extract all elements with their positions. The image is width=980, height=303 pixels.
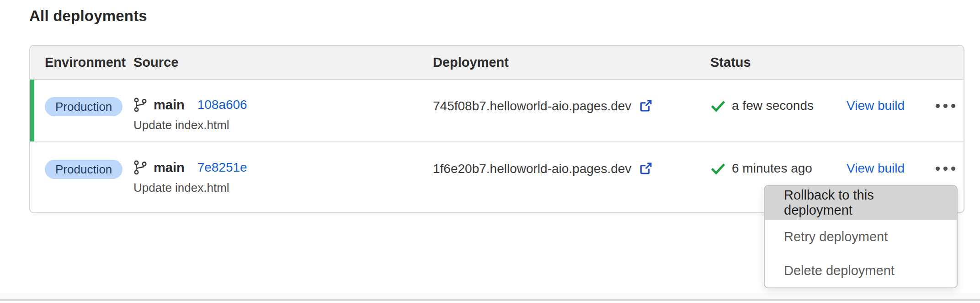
table-header-row: Environment Source Deployment Status: [30, 46, 964, 80]
success-check-icon: [710, 99, 726, 113]
row-actions-button[interactable]: [936, 97, 964, 114]
page-title: All deployments: [29, 7, 147, 25]
external-link-icon[interactable]: [639, 98, 653, 113]
view-build-link[interactable]: View build: [847, 161, 905, 175]
git-branch-icon: [133, 160, 147, 175]
column-header-status: Status: [710, 55, 964, 70]
menu-item-retry[interactable]: Retry deployment: [765, 220, 957, 254]
environment-badge: Production: [45, 160, 122, 179]
ellipsis-icon: [936, 104, 940, 108]
deployment-url: 1f6e20b7.helloworld-aio.pages.dev: [433, 160, 631, 178]
menu-item-delete[interactable]: Delete deployment: [765, 254, 957, 287]
commit-hash-link[interactable]: 7e8251e: [197, 160, 247, 175]
menu-item-rollback[interactable]: Rollback to this deployment: [765, 186, 957, 220]
page-section-divider: [0, 293, 980, 301]
column-header-source: Source: [133, 55, 433, 70]
status-time: a few seconds: [732, 97, 814, 114]
git-branch-icon: [133, 97, 147, 113]
commit-message: Update index.html: [133, 181, 433, 195]
column-header-deployment: Deployment: [433, 55, 710, 70]
status-time: 6 minutes ago: [732, 160, 812, 177]
branch-name: main: [154, 160, 185, 175]
active-deployment-indicator: [30, 80, 34, 141]
ellipsis-icon: [936, 167, 940, 171]
deployment-actions-menu: Rollback to this deployment Retry deploy…: [764, 185, 958, 288]
row-actions-button[interactable]: [936, 160, 964, 177]
commit-hash-link[interactable]: 108a606: [197, 97, 247, 112]
success-check-icon: [710, 162, 726, 175]
column-header-environment: Environment: [45, 55, 133, 70]
deployment-row: Production main 108a606 Update index.htm…: [30, 80, 964, 142]
external-link-icon[interactable]: [639, 161, 653, 176]
branch-name: main: [154, 97, 185, 113]
environment-badge: Production: [45, 97, 122, 116]
commit-message: Update index.html: [133, 118, 433, 132]
deployment-url: 745f08b7.helloworld-aio.pages.dev: [433, 97, 631, 115]
view-build-link[interactable]: View build: [847, 98, 905, 113]
